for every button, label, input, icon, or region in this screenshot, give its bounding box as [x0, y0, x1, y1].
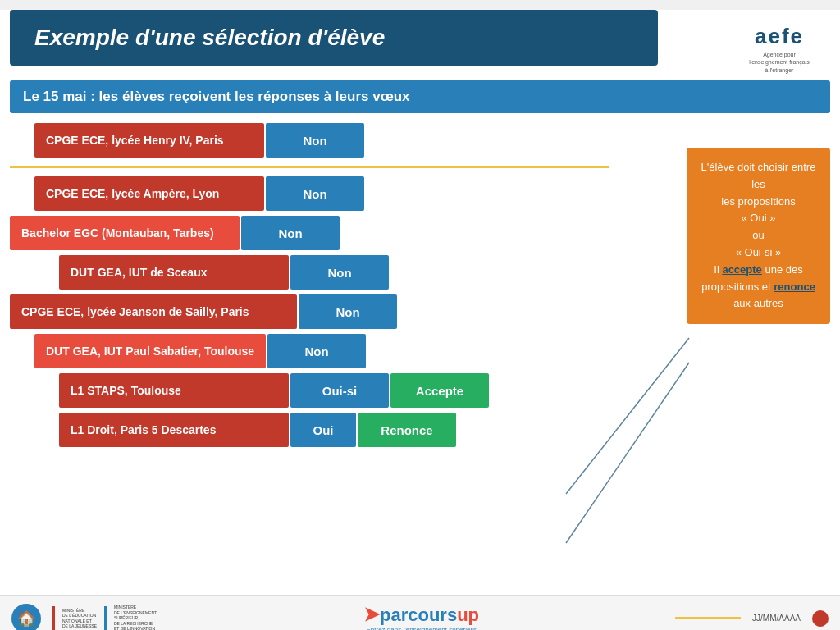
info-text: L'élève doit choisir entre les les propo…: [701, 161, 816, 309]
date-label: JJ/MM/AAAA: [752, 614, 801, 623]
accepte-word: accepte: [722, 263, 761, 276]
renonce-word: renonce: [774, 281, 815, 293]
choice-label: CPGE ECE, lycée Jeanson de Sailly, Paris: [10, 294, 297, 329]
choice-label: L1 STAPS, Toulouse: [59, 373, 289, 408]
list-item: L1 STAPS, Toulouse Oui-si Accepte: [59, 373, 675, 408]
footer: 🏠 MINISTÈRE DE L'ÉDUCATION NATIONALE ET …: [0, 595, 840, 630]
banner-text: Le 15 mai : les élèves reçoivent les rép…: [23, 89, 817, 105]
list-item: CPGE ECE, lycée Ampère, Lyon Non: [34, 176, 675, 211]
status-badge: Non: [290, 255, 389, 290]
list-item: DUT GEA, IUT de Sceaux Non: [59, 255, 675, 290]
choice-label: L1 Droit, Paris 5 Descartes: [59, 413, 289, 447]
result-badge: Accepte: [390, 373, 489, 408]
choice-label: CPGE ECE, lycée Henry IV, Paris: [34, 123, 264, 158]
home-icon: 🏠: [17, 609, 35, 628]
blue-bar: [104, 606, 107, 631]
info-box: L'élève doit choisir entre les les propo…: [687, 148, 830, 324]
home-button[interactable]: 🏠: [11, 604, 41, 631]
list-item: L1 Droit, Paris 5 Descartes Oui Renonce: [59, 413, 675, 447]
date-banner: Le 15 mai : les élèves reçoivent les rép…: [10, 80, 830, 113]
choice-label: DUT GEA, IUT de Sceaux: [59, 255, 289, 290]
ministry-logo-2: MINISTÈRE DE L'ENSEIGNEMENT SUPÉRIEUR, D…: [114, 605, 167, 630]
status-badge: Non: [266, 123, 364, 158]
result-badge: Renonce: [358, 413, 456, 447]
status-badge: Oui-si: [290, 373, 389, 408]
ministry-logos: MINISTÈRE DE L'ÉDUCATION NATIONALE ET DE…: [52, 605, 167, 630]
red-bar: [52, 606, 55, 631]
footer-right: JJ/MM/AAAA: [675, 610, 829, 627]
list-item: CPGE ECE, lycée Jeanson de Sailly, Paris…: [10, 294, 675, 329]
aefe-subtitle: Agence pourl'enseignement françaisà l'ét…: [749, 51, 809, 73]
ministry-logo-1: MINISTÈRE DE L'ÉDUCATION NATIONALE ET DE…: [62, 608, 97, 629]
red-dot: [812, 610, 829, 627]
slide: aefe Agence pourl'enseignement françaisà…: [0, 10, 840, 630]
aefe-title: aefe: [755, 24, 804, 49]
arrow-icon: ➤: [363, 603, 380, 625]
parcoursup-logo: ➤parcoursup Entrez dans l'enseignement s…: [176, 603, 667, 630]
status-badge: Oui: [290, 413, 356, 447]
page-title: Exemple d'une sélection d'élève: [34, 25, 633, 51]
parcoursup-text: ➤parcoursup: [176, 603, 667, 626]
footer-yellow-line: [675, 617, 741, 619]
rows-area: CPGE ECE, lycée Henry IV, Paris Non CPGE…: [10, 123, 675, 447]
main-content: CPGE ECE, lycée Henry IV, Paris Non CPGE…: [10, 123, 830, 447]
separator: [10, 166, 609, 168]
list-item: CPGE ECE, lycée Henry IV, Paris Non: [34, 123, 675, 158]
list-item: DUT GEA, IUT Paul Sabatier, Toulouse Non: [34, 334, 675, 368]
aefe-logo: aefe Agence pourl'enseignement françaisà…: [730, 18, 829, 80]
header-block: Exemple d'une sélection d'élève: [10, 10, 658, 66]
status-badge: Non: [267, 334, 366, 368]
status-badge: Non: [266, 176, 364, 211]
list-item: Bachelor EGC (Montauban, Tarbes) Non: [10, 216, 675, 250]
choice-label: CPGE ECE, lycée Ampère, Lyon: [34, 176, 264, 211]
choice-label: DUT GEA, IUT Paul Sabatier, Toulouse: [34, 334, 266, 368]
parcoursup-subtitle: Entrez dans l'enseignement supérieur: [176, 626, 667, 630]
status-badge: Non: [241, 216, 340, 250]
status-badge: Non: [299, 294, 397, 329]
choice-label: Bachelor EGC (Montauban, Tarbes): [10, 216, 240, 250]
